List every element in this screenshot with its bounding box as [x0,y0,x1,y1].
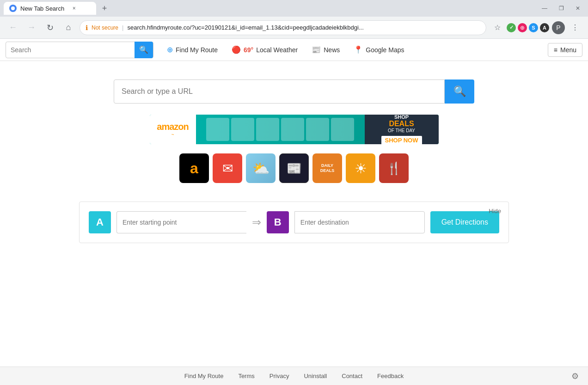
close-btn[interactable]: ✕ [571,2,584,15]
gmail-icon: ✉ [222,161,233,176]
window-controls: — ❐ ✕ [538,2,584,15]
shortcut-weather[interactable]: ⛅ [246,153,276,183]
lock-icon: ℹ [86,24,88,31]
new-tab-btn[interactable]: + [98,2,111,15]
daily-label: DAILY [321,163,333,168]
amazon-products-section [196,116,365,143]
amazon-banner[interactable]: amazon ~ SHOP DEALS OF THE DAY SHOP NOW [150,115,439,144]
nav-icons: ☆ ✓ ⊕ S A P ⋮ [490,20,582,35]
weather-label: Local Weather [256,46,298,54]
not-secure-label: Not secure [92,24,118,31]
svg-point-0 [11,6,15,10]
findmyroute-link[interactable]: ⊕ Find My Route [161,42,224,57]
back-btn[interactable]: ← [6,20,20,35]
address-bar[interactable]: ℹ Not secure | search.hfindmyroute.co/?u… [80,20,486,35]
menu-icon: ≡ [554,46,557,54]
amazon-cta-section: SHOP DEALS OF THE DAY SHOP NOW [365,115,439,144]
home-btn[interactable]: ⌂ [61,20,76,35]
title-bar: New Tab Search × + — ❐ ✕ [0,0,588,17]
product-2 [231,118,254,141]
news-icon: 📰 [312,45,321,54]
restore-btn[interactable]: ❐ [555,2,568,15]
news-shortcut-icon: 📰 [287,161,301,176]
findmyroute-label: Find My Route [176,46,218,54]
refresh-btn[interactable]: ↻ [43,20,57,35]
deals-label-small: DEALS [320,168,335,173]
product-1 [206,118,229,141]
sun-icon: ☀ [355,160,367,177]
maps-icon: 📍 [354,45,363,54]
more-btn[interactable]: ⋮ [568,20,582,35]
footer-findroute-link[interactable]: Find My Route [184,373,224,379]
shortcut-gmail[interactable]: ✉ [213,153,242,183]
news-label: News [324,46,340,54]
weather-icon: 🔴 [232,45,241,54]
directions-arrow-icon: ⇒ [252,216,261,229]
footer-uninstall-link[interactable]: Uninstall [304,373,327,379]
shortcut-news[interactable]: 📰 [279,153,309,183]
amazon-logo-text: amazon [157,122,188,132]
destination-input[interactable] [294,211,425,233]
toolbar-links: ⊕ Find My Route 🔴 69° Local Weather 📰 Ne… [161,42,410,57]
get-directions-btn[interactable]: Get Directions [430,211,499,233]
news-link[interactable]: 📰 News [306,42,346,57]
deals-label: DEALS [389,120,414,128]
tab-favicon [9,5,17,12]
directions-widget: Hide A ⇒ B Get Directions [79,202,509,243]
shop-now-btn[interactable]: SHOP NOW [381,136,422,144]
shortcuts-row: a ✉ ⛅ 📰 DAILY DEALS ☀ 🍴 [179,153,409,183]
menu-btn[interactable]: ≡ Menu [548,43,582,57]
footer-gear-icon[interactable]: ⚙ [571,371,579,381]
forward-btn[interactable]: → [24,20,39,35]
footer-privacy-link[interactable]: Privacy [270,373,289,379]
chrome-menu-icon[interactable]: P [551,20,566,35]
ext-vpn-icon[interactable]: ⊕ [518,23,527,32]
shortcut-amazon[interactable]: a [179,153,209,183]
footer: Find My Route Terms Privacy Uninstall Co… [0,367,588,385]
shortcut-sun[interactable]: ☀ [346,153,375,183]
product-5 [306,118,329,141]
tab-title: New Tab Search [20,5,64,12]
shortcut-deals[interactable]: DAILY DEALS [312,153,342,183]
product-3 [256,118,279,141]
footer-feedback-link[interactable]: Feedback [377,373,404,379]
bookmark-btn[interactable]: ☆ [490,20,505,35]
deals-text: DAILY DEALS [320,163,335,173]
header-search-btn[interactable]: 🔍 [135,42,153,58]
weather-temp: 69° [244,46,253,54]
footer-contact-link[interactable]: Contact [342,373,362,379]
nav-bar: ← → ↻ ⌂ ℹ Not secure | search.hfindmyrou… [0,17,588,39]
active-tab[interactable]: New Tab Search × [4,2,96,15]
start-point-input[interactable] [116,211,246,233]
menu-label: Menu [560,46,576,54]
amazon-smile: ~ [157,132,188,137]
ext-search-icon[interactable]: S [529,23,538,32]
hide-btn[interactable]: Hide [489,208,501,214]
main-content: 🔍 amazon ~ SHOP DEALS OF THE DAY SHOP NO… [0,61,588,367]
footer-terms-link[interactable]: Terms [238,373,254,379]
center-search-icon: 🔍 [453,86,466,98]
of-day-label: OF THE DAY [388,128,415,133]
product-6 [331,118,354,141]
center-search-input[interactable] [114,79,445,104]
profile-avatar: P [552,21,565,34]
amazon-icon: a [190,160,198,177]
maps-label: Google Maps [366,46,404,54]
maps-link[interactable]: 📍 Google Maps [348,42,410,57]
findmyroute-icon: ⊕ [167,45,173,54]
weather-shortcut-icon: ⛅ [252,160,270,177]
minimize-btn[interactable]: — [538,2,551,15]
tab-close-btn[interactable]: × [70,4,78,12]
point-b-label: B [267,211,289,233]
toolbar: 🔍 ⊕ Find My Route 🔴 69° Local Weather 📰 … [0,39,588,61]
point-a-label: A [89,211,111,233]
center-search: 🔍 [114,79,474,104]
product-4 [281,118,304,141]
center-search-btn[interactable]: 🔍 [445,79,474,104]
weather-link[interactable]: 🔴 69° Local Weather [226,42,304,57]
header-search-input[interactable] [6,46,135,54]
address-separator: | [122,24,123,31]
ext-shield-icon[interactable]: ✓ [507,23,516,32]
ext-dark-icon[interactable]: A [540,23,549,32]
shortcut-recipes[interactable]: 🍴 [379,153,409,183]
